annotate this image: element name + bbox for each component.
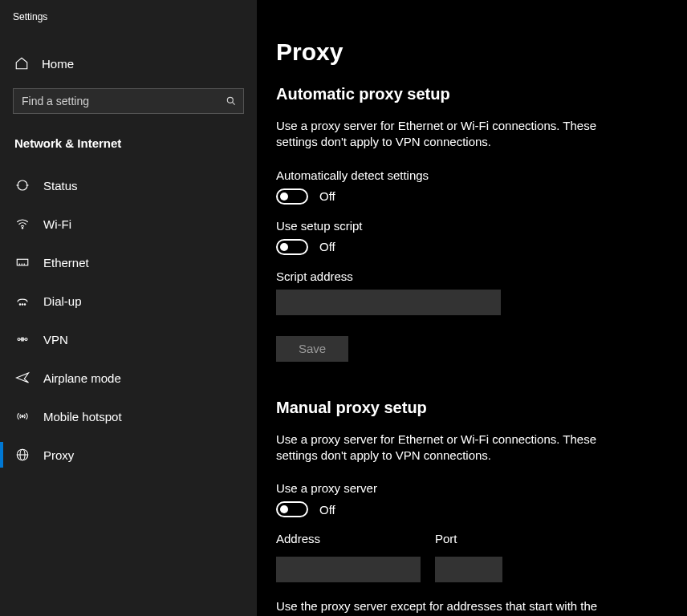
page-title: Proxy [276,38,668,66]
save-button[interactable]: Save [276,336,348,362]
svg-point-0 [227,97,233,103]
dialup-icon [14,294,30,308]
sidebar-item-wifi[interactable]: Wi-Fi [0,205,257,243]
svg-point-17 [22,415,23,417]
wifi-icon [14,217,30,231]
sidebar-item-label: VPN [43,333,68,346]
setup-script-label: Use setup script [276,219,668,233]
status-icon [14,178,30,192]
section-manual-heading: Manual proxy setup [276,399,668,417]
svg-point-5 [22,228,23,229]
sidebar-item-proxy[interactable]: Proxy [0,436,257,474]
svg-point-13 [18,338,20,341]
sidebar: Settings Home Network & Internet Status [0,0,257,616]
svg-line-1 [232,102,234,104]
exceptions-description: Use the proxy server except for addresse… [276,598,629,616]
airplane-icon [14,371,30,385]
use-proxy-label: Use a proxy server [276,481,668,495]
sidebar-item-hotspot[interactable]: Mobile hotspot [0,397,257,436]
nav-home-label: Home [42,57,74,71]
sidebar-item-status[interactable]: Status [0,166,257,205]
svg-rect-6 [17,259,28,265]
sidebar-item-vpn[interactable]: VPN [0,320,257,359]
use-proxy-state: Off [319,503,335,517]
nav-home[interactable]: Home [0,48,257,79]
script-address-label: Script address [276,270,668,283]
setup-script-state: Off [319,240,335,253]
auto-description: Use a proxy server for Ethernet or Wi-Fi… [276,118,629,151]
svg-point-11 [22,304,23,306]
address-label: Address [276,532,421,545]
manual-description: Use a proxy server for Ethernet or Wi-Fi… [276,432,629,464]
sidebar-item-label: Airplane mode [43,371,121,385]
svg-point-14 [25,338,27,341]
sidebar-item-label: Ethernet [43,256,89,270]
globe-icon [14,448,30,462]
sidebar-item-label: Mobile hotspot [43,410,122,424]
auto-detect-label: Automatically detect settings [276,168,668,182]
use-proxy-toggle[interactable] [276,501,308,517]
sidebar-item-airplane[interactable]: Airplane mode [0,359,257,397]
app-title: Settings [0,8,257,22]
category-label: Network & Internet [0,136,257,150]
svg-point-2 [18,180,27,190]
auto-detect-state: Off [319,189,335,203]
sidebar-item-dialup[interactable]: Dial-up [0,282,257,320]
sidebar-item-label: Wi-Fi [43,217,71,231]
vpn-icon [14,332,30,346]
svg-point-10 [19,304,21,306]
search-input[interactable] [22,95,226,107]
script-address-input[interactable] [276,290,501,315]
hotspot-icon [14,409,30,424]
section-auto-heading: Automatic proxy setup [276,85,668,103]
sidebar-item-label: Dial-up [43,294,82,308]
sidebar-item-ethernet[interactable]: Ethernet [0,243,257,282]
setup-script-toggle[interactable] [276,239,308,255]
sidebar-item-label: Proxy [43,448,74,462]
search-box[interactable] [13,88,244,114]
ethernet-icon [14,255,30,270]
svg-point-12 [24,304,26,306]
address-input[interactable] [276,557,421,582]
auto-detect-toggle[interactable] [276,188,308,205]
main-content: Proxy Automatic proxy setup Use a proxy … [257,0,687,616]
port-label: Port [435,532,502,545]
home-icon [14,56,29,71]
port-input[interactable] [435,557,502,582]
sidebar-item-label: Status [43,179,78,192]
search-icon [226,95,237,107]
